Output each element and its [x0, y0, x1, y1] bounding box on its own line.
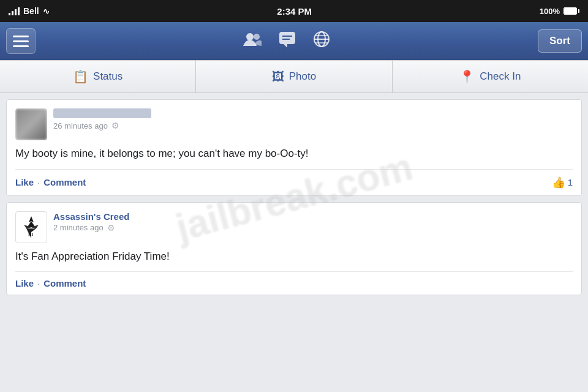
hamburger-line-1: [13, 36, 29, 37]
post-1-meta: 26 minutes ago ⚙: [53, 108, 573, 130]
post-2-time: 2 minutes ago ⚙: [53, 223, 573, 233]
status-bar: Bell ∿ 2:34 PM 100%: [0, 0, 588, 22]
messages-icon[interactable]: [279, 31, 296, 51]
post-1-username-blurred: [53, 108, 151, 118]
status-tab-label: Status: [93, 70, 123, 83]
post-1-body: My booty is mine, it belongs to me; you …: [15, 146, 573, 162]
checkin-tab-icon: 📍: [459, 69, 475, 84]
post-1-action-dot: ·: [37, 177, 40, 187]
post-1-like-count: 👍 1: [552, 176, 573, 189]
photo-tab-icon: 🖼: [272, 70, 284, 84]
photo-tab-label: Photo: [289, 70, 316, 83]
post-2-action-dot: ·: [37, 278, 40, 288]
post-2-username[interactable]: Assassin's Creed: [53, 211, 573, 222]
nav-center-icons: [243, 31, 330, 52]
hamburger-line-2: [13, 40, 29, 42]
post-1-header: 26 minutes ago ⚙: [15, 108, 573, 140]
hamburger-button[interactable]: [6, 28, 36, 54]
post-1-time-text: 26 minutes ago: [53, 121, 108, 130]
sort-button[interactable]: Sort: [538, 29, 582, 53]
battery-percent: 100%: [540, 7, 560, 16]
svg-text:III: III: [28, 232, 33, 237]
svg-point-1: [254, 34, 260, 40]
nav-left: [6, 28, 36, 54]
friends-icon[interactable]: [243, 31, 262, 51]
nav-bar: Sort: [0, 22, 588, 60]
svg-point-0: [246, 33, 254, 40]
post-2-avatar: III: [15, 211, 47, 243]
status-bar-right: 100%: [540, 7, 579, 16]
post-2-like-button[interactable]: Like: [15, 278, 34, 288]
feed: 26 minutes ago ⚙ My booty is mine, it be…: [0, 93, 588, 301]
post-1-avatar: [15, 108, 47, 140]
checkin-tab-label: Check In: [480, 70, 521, 83]
signal-bars-icon: [9, 7, 20, 15]
post-2-time-text: 2 minutes ago: [53, 223, 104, 232]
post-card-2: III Assassin's Creed 2 minutes ago ⚙ It'…: [6, 202, 582, 296]
post-1-time: 26 minutes ago ⚙: [53, 121, 573, 130]
post-2-body: It's Fan Appreciation Friday Time!: [15, 249, 573, 265]
post-1-like-button[interactable]: Like: [15, 177, 34, 187]
wifi-icon: ∿: [43, 7, 50, 16]
post-1-actions-left: Like · Comment: [15, 177, 86, 187]
carrier-name: Bell: [23, 6, 39, 16]
status-tab[interactable]: 📋 Status: [0, 61, 196, 92]
status-bar-time: 2:34 PM: [277, 6, 312, 17]
status-tab-icon: 📋: [73, 69, 88, 84]
photo-tab[interactable]: 🖼 Photo: [196, 61, 392, 92]
hamburger-line-3: [13, 45, 29, 47]
action-tabs: 📋 Status 🖼 Photo 📍 Check In: [0, 60, 588, 93]
battery-icon: [564, 7, 579, 15]
post-1-settings-gear-icon[interactable]: ⚙: [111, 121, 119, 130]
post-2-actions: Like · Comment: [15, 271, 573, 295]
svg-rect-2: [279, 32, 295, 44]
post-2-comment-button[interactable]: Comment: [43, 278, 86, 288]
post-2-header: III Assassin's Creed 2 minutes ago ⚙: [15, 211, 573, 243]
post-1-like-number: 1: [568, 177, 573, 187]
svg-marker-3: [284, 44, 287, 47]
post-2-meta: Assassin's Creed 2 minutes ago ⚙: [53, 211, 573, 233]
post-2-settings-gear-icon[interactable]: ⚙: [107, 223, 115, 233]
post-2-actions-left: Like · Comment: [15, 278, 86, 288]
globe-icon[interactable]: [313, 31, 330, 52]
checkin-tab[interactable]: 📍 Check In: [393, 61, 588, 92]
thumbs-up-icon: 👍: [552, 176, 565, 189]
assassins-creed-logo-icon: III: [19, 215, 43, 239]
post-card-1: 26 minutes ago ⚙ My booty is mine, it be…: [6, 99, 582, 196]
status-bar-left: Bell ∿: [9, 6, 50, 16]
post-1-actions: Like · Comment 👍 1: [15, 169, 573, 195]
post-1-comment-button[interactable]: Comment: [43, 177, 86, 187]
